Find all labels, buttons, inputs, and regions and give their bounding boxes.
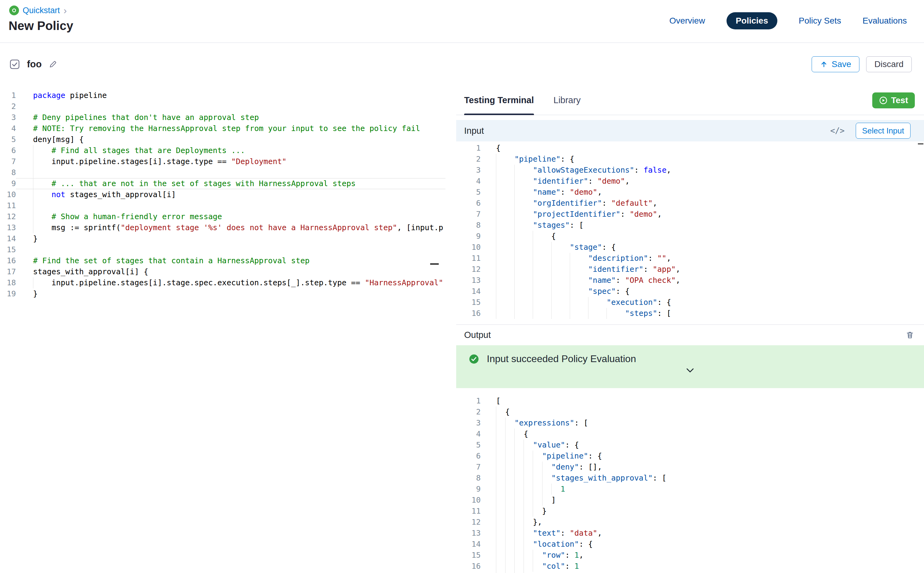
code-line[interactable]: 7 input.pipeline.stages[i].stage.type ==… — [0, 156, 445, 167]
code-line[interactable]: 12 "identifier": "app", — [456, 264, 924, 275]
code-line[interactable]: 12 # Show a human-friendly error message — [0, 211, 445, 222]
code-line[interactable]: 7 "projectIdentifier": "demo", — [456, 209, 924, 220]
nav-tab-policy-sets[interactable]: Policy Sets — [799, 12, 841, 30]
code-line[interactable]: 11 "description": "", — [456, 253, 924, 264]
code-line[interactable]: 15 "execution": { — [456, 297, 924, 308]
code-line[interactable]: 12 }, — [456, 517, 924, 528]
breadcrumb-chevron-icon: › — [64, 6, 67, 15]
line-number: 11 — [456, 506, 481, 517]
tab-testing-terminal[interactable]: Testing Terminal — [464, 86, 534, 115]
indent-guide — [523, 495, 524, 506]
line-number: 9 — [0, 178, 16, 189]
code-line[interactable]: 14} — [0, 233, 445, 244]
code-line[interactable]: 8 — [0, 167, 445, 178]
indent-guide — [514, 561, 515, 572]
code-line[interactable]: 3 "allowStageExecutions": false, — [456, 165, 924, 176]
indent-guide — [551, 297, 552, 308]
line-number: 2 — [456, 153, 481, 165]
code-line[interactable]: 2 — [0, 101, 445, 112]
save-button[interactable]: Save — [812, 56, 860, 72]
code-line[interactable]: 11 } — [456, 506, 924, 517]
select-input-button[interactable]: Select Input — [856, 123, 910, 139]
code-line[interactable]: 2 "pipeline": { — [456, 153, 924, 165]
code-view-icon[interactable]: </> — [830, 126, 845, 135]
code-line[interactable]: 1[ — [456, 396, 924, 407]
code-line[interactable]: 5 "name": "demo", — [456, 187, 924, 198]
indent-guide — [514, 572, 515, 573]
code-line[interactable]: 17stages_with_approval[i] { — [0, 266, 445, 277]
code-line[interactable]: 7 "deny": [], — [456, 462, 924, 473]
test-button[interactable]: Test — [872, 92, 915, 108]
breadcrumb-project-link[interactable]: Quickstart — [23, 6, 60, 15]
code-line[interactable]: 10 ] — [456, 495, 924, 506]
line-number: 9 — [456, 231, 481, 242]
code-line[interactable]: 17 } — [456, 572, 924, 573]
code-line[interactable]: 10 not stages_with_approval[i] — [0, 189, 445, 200]
code-line[interactable]: 15 "row": 1, — [456, 550, 924, 561]
indent-guide — [570, 253, 570, 264]
code-line[interactable]: 8 "stages": [ — [456, 220, 924, 231]
discard-button[interactable]: Discard — [866, 56, 912, 72]
rego-editor[interactable]: 1package pipeline23# Deny pipelines that… — [0, 86, 445, 573]
code-line[interactable]: 5deny[msg] { — [0, 134, 445, 145]
code-line[interactable]: 6 # Find all stages that are Deployments… — [0, 145, 445, 156]
code-line[interactable]: 5 "value": { — [456, 440, 924, 451]
edit-policy-name-button[interactable] — [49, 60, 58, 69]
indent-guide — [33, 145, 33, 156]
code-line[interactable]: 4# NOTE: Try removing the HarnessApprova… — [0, 123, 445, 134]
indent-guide — [514, 297, 515, 308]
line-number: 6 — [456, 198, 481, 209]
code-line[interactable]: 13 msg := sprintf("deployment stage '%s'… — [0, 222, 445, 233]
indent-guide — [551, 275, 552, 286]
nav-tab-evaluations[interactable]: Evaluations — [863, 12, 907, 30]
clear-output-button[interactable] — [905, 330, 915, 340]
code-line[interactable]: 13 "name": "OPA check", — [456, 275, 924, 286]
tab-library[interactable]: Library — [554, 86, 581, 115]
code-line[interactable]: 1package pipeline — [0, 90, 445, 101]
code-line[interactable]: 4 "identifier": "demo", — [456, 176, 924, 187]
evaluation-success-banner[interactable]: Input succeeded Policy Evaluation — [456, 345, 924, 388]
code-line[interactable]: 16# Find the set of stages that contain … — [0, 255, 445, 266]
code-line[interactable]: 16 "steps": [ — [456, 308, 924, 319]
code-line[interactable]: 14 "spec": { — [456, 286, 924, 297]
code-line[interactable]: 3 "expressions": [ — [456, 418, 924, 429]
indent-guide — [551, 264, 552, 275]
output-editor[interactable]: 1[2 {3 "expressions": [4 {5 "value": {6 … — [456, 388, 924, 573]
code-line[interactable]: 6 "orgIdentifier": "default", — [456, 198, 924, 209]
indent-guide — [514, 286, 515, 297]
indent-guide — [505, 451, 506, 462]
code-line[interactable]: 13 "text": "data", — [456, 528, 924, 539]
code-line[interactable]: 10 "stage": { — [456, 242, 924, 253]
indent-guide — [514, 484, 515, 495]
success-message: Input succeeded Policy Evaluation — [487, 353, 636, 365]
code-line[interactable]: 11 — [0, 200, 445, 211]
indent-guide — [514, 242, 515, 253]
code-line[interactable]: 9 { — [456, 231, 924, 242]
line-number: 7 — [456, 209, 481, 220]
nav-tab-policies[interactable]: Policies — [727, 12, 777, 30]
line-number: 15 — [0, 244, 16, 255]
line-number: 17 — [456, 572, 481, 573]
code-line[interactable]: 14 "location": { — [456, 539, 924, 550]
code-line[interactable]: 18 input.pipeline.stages[i].stage.spec.e… — [0, 277, 445, 288]
indent-guide — [523, 506, 524, 517]
indent-guide — [570, 286, 570, 297]
code-line[interactable]: 8 "stages_with_approval": [ — [456, 473, 924, 484]
indent-guide — [588, 308, 589, 319]
code-line[interactable]: 19} — [0, 288, 445, 299]
code-line[interactable]: 3# Deny pipelines that don't have an app… — [0, 112, 445, 123]
code-line[interactable]: 2 { — [456, 407, 924, 418]
nav-tab-overview[interactable]: Overview — [669, 12, 705, 30]
indent-guide — [514, 495, 515, 506]
code-line[interactable]: 9 # ... that are not in the set of stage… — [0, 178, 445, 189]
code-line[interactable]: 9 1 — [456, 484, 924, 495]
input-editor[interactable]: 1{2 "pipeline": {3 "allowStageExecutions… — [456, 141, 924, 324]
code-line[interactable]: 15 — [0, 244, 445, 255]
chevron-down-icon[interactable] — [685, 368, 695, 374]
indent-guide — [514, 176, 515, 187]
code-line[interactable]: 6 "pipeline": { — [456, 451, 924, 462]
indent-guide — [505, 440, 506, 451]
code-line[interactable]: 1{ — [456, 142, 924, 153]
code-line[interactable]: 16 "col": 1 — [456, 561, 924, 572]
code-line[interactable]: 4 { — [456, 429, 924, 440]
